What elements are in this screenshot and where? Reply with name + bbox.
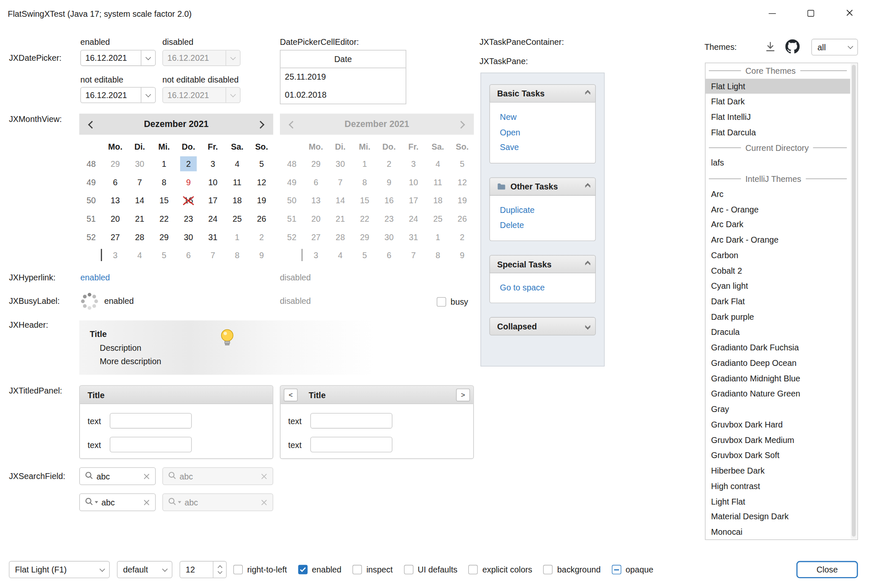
- clear-icon[interactable]: [144, 471, 150, 481]
- day-cell[interactable]: 5: [249, 155, 274, 173]
- search-input[interactable]: abc: [101, 497, 140, 507]
- day-cell[interactable]: 3: [103, 246, 127, 264]
- theme-item-high-contrast[interactable]: High contrast: [706, 478, 850, 494]
- searchfield-enabled[interactable]: abc: [79, 467, 156, 485]
- day-cell[interactable]: 2: [176, 155, 201, 173]
- day-cell[interactable]: 2: [249, 228, 274, 246]
- day-cell[interactable]: 6: [176, 246, 201, 264]
- download-icon[interactable]: [764, 41, 776, 53]
- checkbox-busy[interactable]: busy: [437, 293, 468, 310]
- day-cell[interactable]: 25: [225, 210, 249, 228]
- day-cell[interactable]: 4: [127, 246, 152, 264]
- day-cell[interactable]: 15: [152, 191, 176, 210]
- text-field[interactable]: [110, 413, 192, 428]
- day-cell[interactable]: 13: [103, 191, 127, 210]
- day-cell[interactable]: 11: [225, 173, 249, 192]
- theme-list-scrollbar[interactable]: [851, 64, 857, 539]
- theme-item-hiberbee-dark[interactable]: Hiberbee Dark: [706, 463, 850, 479]
- chevron-double-up-icon[interactable]: [586, 185, 590, 187]
- task-link-new[interactable]: New: [500, 109, 595, 124]
- clear-icon[interactable]: [144, 497, 150, 507]
- next-button[interactable]: >: [456, 389, 470, 401]
- day-cell[interactable]: 30: [127, 155, 152, 173]
- theme-item-dark-flat[interactable]: Dark Flat: [706, 294, 850, 309]
- day-cell[interactable]: 6: [103, 173, 127, 192]
- monthview-enabled[interactable]: Dezember 2021 Mo.Di.Mi.Do.Fr.Sa.So.48293…: [79, 114, 273, 264]
- day-cell[interactable]: 9: [249, 246, 274, 264]
- checkbox-inspect[interactable]: inspect: [352, 565, 393, 574]
- day-cell[interactable]: 29: [152, 228, 176, 246]
- theme-item-gradianto-nature-green[interactable]: Gradianto Nature Green: [706, 386, 850, 401]
- day-cell[interactable]: 10: [201, 173, 225, 192]
- next-month-icon[interactable]: [258, 119, 263, 129]
- theme-item-arc[interactable]: Arc: [706, 186, 850, 202]
- theme-item-flat-darcula[interactable]: Flat Darcula: [706, 125, 850, 140]
- maximize-button[interactable]: [791, 0, 830, 26]
- theme-item-arc-orange[interactable]: Arc - Orange: [706, 202, 850, 217]
- searchfield-with-menu-enabled[interactable]: abc: [79, 493, 156, 511]
- theme-item-gradianto-dark-fuchsia[interactable]: Gradianto Dark Fuchsia: [706, 340, 850, 355]
- task-link-open[interactable]: Open: [500, 124, 595, 140]
- day-cell[interactable]: 24: [201, 210, 225, 228]
- day-cell[interactable]: 1: [225, 228, 249, 246]
- text-field[interactable]: [110, 437, 192, 452]
- date-cell[interactable]: 25.11.2019: [280, 68, 406, 86]
- day-cell[interactable]: 12: [249, 173, 274, 192]
- close-button[interactable]: Close: [797, 561, 858, 578]
- datepicker-dropdown-button[interactable]: [141, 88, 155, 103]
- checkbox-background[interactable]: background: [543, 565, 601, 574]
- theme-item-lafs[interactable]: lafs: [706, 155, 850, 171]
- theme-item-flat-dark[interactable]: Flat Dark: [706, 94, 850, 109]
- day-cell[interactable]: 16: [176, 191, 201, 210]
- taskpane-header-other-tasks[interactable]: Other Tasks: [489, 177, 596, 196]
- day-cell[interactable]: 28: [127, 228, 152, 246]
- chevron-down-icon[interactable]: [217, 569, 222, 574]
- day-cell[interactable]: 18: [225, 191, 249, 210]
- day-cell[interactable]: 23: [176, 210, 201, 228]
- day-cell[interactable]: 31: [201, 228, 225, 246]
- hyperlink-enabled[interactable]: enabled: [80, 273, 110, 282]
- prev-month-icon[interactable]: [89, 119, 95, 129]
- day-cell[interactable]: 5: [152, 246, 176, 264]
- search-menu-icon[interactable]: [85, 497, 93, 507]
- text-field[interactable]: [310, 413, 393, 428]
- theme-item-light-flat[interactable]: Light Flat: [706, 494, 850, 509]
- theme-item-cobalt-2[interactable]: Cobalt 2: [706, 263, 850, 279]
- theme-item-cyan-light[interactable]: Cyan light: [706, 278, 850, 294]
- theme-item-carbon[interactable]: Carbon: [706, 248, 850, 263]
- github-icon[interactable]: [785, 39, 799, 54]
- day-cell[interactable]: 3: [201, 155, 225, 173]
- day-cell[interactable]: 9: [176, 173, 201, 192]
- taskpane-header-collapsed[interactable]: Collapsed: [489, 317, 596, 336]
- theme-item-arc-dark-orange[interactable]: Arc Dark - Orange: [706, 232, 850, 248]
- text-field[interactable]: [310, 437, 393, 452]
- datepicker-enabled[interactable]: 16.12.2021: [80, 50, 156, 66]
- task-link-go-to-space[interactable]: Go to space: [500, 280, 595, 295]
- theme-item-gray[interactable]: Gray: [706, 401, 850, 417]
- theme-item-dark-purple[interactable]: Dark purple: [706, 309, 850, 325]
- day-cell[interactable]: 27: [103, 228, 127, 246]
- task-link-delete[interactable]: Delete: [500, 217, 595, 232]
- font-size-spinner[interactable]: 12: [180, 561, 227, 578]
- day-cell[interactable]: 1: [152, 155, 176, 173]
- theme-item-dracula[interactable]: Dracula: [706, 324, 850, 340]
- day-cell[interactable]: 26: [249, 210, 274, 228]
- search-input[interactable]: abc: [96, 471, 140, 481]
- scrollbar-thumb[interactable]: [852, 65, 856, 537]
- theme-item-flat-intellij[interactable]: Flat IntelliJ: [706, 109, 850, 125]
- day-cell[interactable]: 22: [152, 210, 176, 228]
- chevron-double-up-icon[interactable]: [586, 263, 590, 265]
- checkbox-opaque[interactable]: opaque: [612, 565, 653, 574]
- theme-item-gruvbox-dark-soft[interactable]: Gruvbox Dark Soft: [706, 448, 850, 463]
- day-cell[interactable]: 19: [249, 191, 274, 210]
- theme-item-gradianto-deep-ocean[interactable]: Gradianto Deep Ocean: [706, 355, 850, 371]
- taskpane-header-special-tasks[interactable]: Special Tasks: [489, 255, 596, 273]
- task-link-duplicate[interactable]: Duplicate: [500, 202, 595, 217]
- theme-item-flat-light[interactable]: Flat Light: [706, 78, 850, 94]
- checkbox-enabled[interactable]: enabled: [298, 565, 341, 574]
- day-cell[interactable]: 8: [152, 173, 176, 192]
- spinner-buttons[interactable]: [213, 562, 226, 578]
- checkbox-ui-defaults[interactable]: UI defaults: [404, 565, 458, 574]
- laf-combo[interactable]: Flat Light (F1): [9, 561, 110, 578]
- day-cell[interactable]: 30: [176, 228, 201, 246]
